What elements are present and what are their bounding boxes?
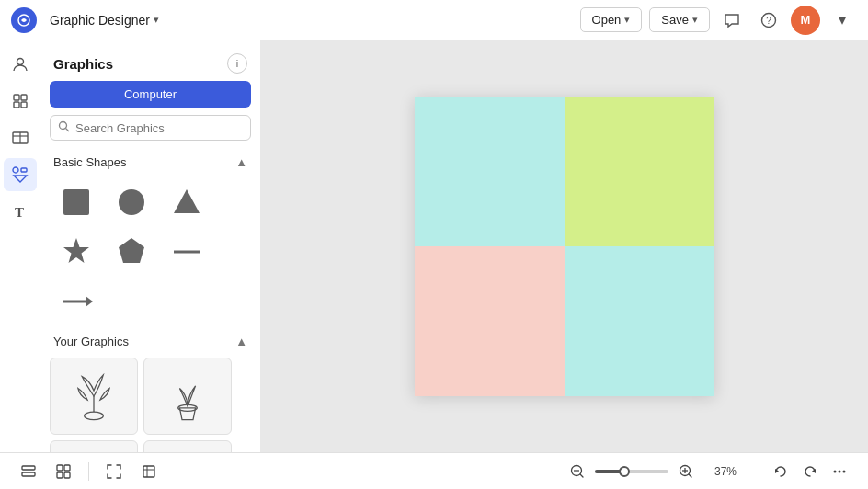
svg-rect-7	[21, 102, 27, 108]
svg-point-63	[834, 470, 837, 472]
shape-star[interactable]	[51, 230, 101, 274]
fit-screen-button[interactable]	[100, 458, 128, 485]
canvas-area	[261, 40, 868, 452]
canvas-viewport[interactable]	[261, 40, 868, 452]
people-icon	[11, 55, 29, 74]
canvas-cell-tl	[415, 97, 565, 246]
text-icon: T	[11, 202, 29, 221]
info-icon: i	[236, 58, 238, 69]
save-chevron: ▾	[692, 14, 698, 26]
zoom-controls: 37%	[564, 458, 737, 485]
more-options-icon	[832, 464, 847, 479]
your-graphics-toggle: ▲	[235, 335, 247, 348]
more-options-button[interactable]	[826, 458, 853, 485]
canvas-cell-tr	[565, 97, 714, 246]
panel-scroll: Basic Shapes ▲	[40, 150, 260, 452]
svg-point-18	[119, 189, 144, 215]
svg-rect-47	[57, 465, 63, 471]
grid-icon	[55, 463, 72, 480]
avatar-button[interactable]: M	[791, 6, 820, 35]
canvas-cell-br	[565, 246, 714, 396]
redo-icon	[803, 464, 817, 479]
panel-header: Graphics i	[40, 40, 260, 81]
svg-rect-12	[21, 168, 27, 172]
chat-icon-button[interactable]	[717, 6, 747, 35]
svg-line-60	[689, 474, 691, 477]
open-label: Open	[592, 13, 622, 27]
topbar-more-icon: ▾	[839, 11, 846, 28]
shape-circle[interactable]	[107, 180, 156, 224]
zoom-slider-track[interactable]	[595, 470, 668, 473]
zoom-out-button[interactable]	[564, 458, 591, 485]
graphic-thumb-3[interactable]	[50, 440, 138, 452]
basic-shapes-header[interactable]: Basic Shapes ▲	[40, 150, 260, 175]
svg-text:T: T	[15, 205, 24, 220]
shape-square[interactable]	[51, 180, 101, 224]
svg-rect-46	[22, 472, 35, 476]
topbar: Graphic Designer ▾ Open ▾ Save ▾ ? M ▾	[0, 0, 868, 40]
open-button[interactable]: Open ▾	[580, 7, 643, 32]
open-chevron: ▾	[624, 14, 630, 26]
fit-screen-icon	[106, 463, 122, 480]
basic-shapes-toggle: ▲	[235, 155, 247, 169]
undo-button[interactable]	[767, 458, 794, 485]
svg-point-65	[843, 470, 846, 472]
shape-arrow[interactable]	[51, 279, 101, 324]
save-button[interactable]: Save ▾	[649, 7, 710, 32]
zoom-percentage: 37%	[703, 465, 737, 478]
svg-line-56	[580, 474, 583, 477]
svg-point-3	[17, 59, 23, 65]
sidebar-graphics-button[interactable]	[4, 158, 37, 191]
app-title-button[interactable]: Graphic Designer ▾	[44, 9, 165, 31]
computer-button[interactable]: Computer	[50, 81, 251, 108]
shape-line[interactable]	[162, 230, 211, 274]
avatar-letter: M	[801, 13, 811, 27]
canvas-board	[415, 97, 714, 396]
sidebar-table-button[interactable]	[4, 121, 37, 154]
topbar-more-button[interactable]: ▾	[828, 6, 857, 35]
svg-rect-51	[143, 466, 154, 477]
svg-marker-13	[14, 176, 27, 182]
search-input[interactable]	[75, 121, 243, 135]
right-bottom-buttons	[767, 458, 853, 485]
graphics-icon	[11, 165, 29, 184]
zoom-out-icon	[570, 464, 585, 479]
graphic-thumb-2[interactable]	[143, 358, 232, 435]
elements-icon	[11, 92, 29, 110]
grid-button[interactable]	[50, 458, 77, 485]
svg-marker-24	[86, 296, 93, 307]
shape-triangle[interactable]	[162, 180, 211, 224]
bottom-separator-1	[88, 462, 89, 481]
svg-rect-48	[64, 465, 70, 471]
sidebar-elements-button[interactable]	[4, 85, 37, 118]
redo-button[interactable]	[796, 458, 824, 485]
graphic-thumb-1[interactable]	[50, 358, 138, 435]
undo-icon	[773, 464, 788, 479]
zoom-in-button[interactable]	[672, 458, 700, 485]
save-label: Save	[661, 13, 689, 27]
your-graphics-label: Your Graphics	[53, 335, 129, 348]
bottom-separator-2	[748, 462, 748, 481]
your-graphics-header[interactable]: Your Graphics ▲	[40, 329, 260, 354]
help-icon-button[interactable]: ?	[754, 6, 783, 35]
svg-point-25	[85, 412, 104, 420]
sidebar-people-button[interactable]	[4, 48, 37, 81]
search-icon	[58, 120, 70, 135]
sidebar-text-button[interactable]: T	[4, 195, 37, 228]
svg-text:?: ?	[766, 16, 771, 26]
svg-marker-20	[63, 238, 89, 263]
icon-sidebar: T	[0, 40, 40, 452]
search-bar	[50, 115, 251, 141]
layers-button[interactable]	[15, 458, 42, 485]
app-title-chevron: ▾	[154, 14, 159, 26]
basic-shapes-label: Basic Shapes	[53, 155, 127, 169]
zoom-slider-thumb	[619, 466, 630, 477]
graphic-thumb-4[interactable]	[143, 440, 232, 452]
svg-marker-21	[119, 238, 144, 263]
svg-rect-6	[14, 102, 19, 108]
resize-button[interactable]	[135, 458, 163, 485]
info-button[interactable]: i	[227, 53, 247, 74]
svg-point-11	[13, 167, 18, 173]
shape-pentagon[interactable]	[107, 230, 156, 274]
svg-point-15	[60, 122, 67, 130]
